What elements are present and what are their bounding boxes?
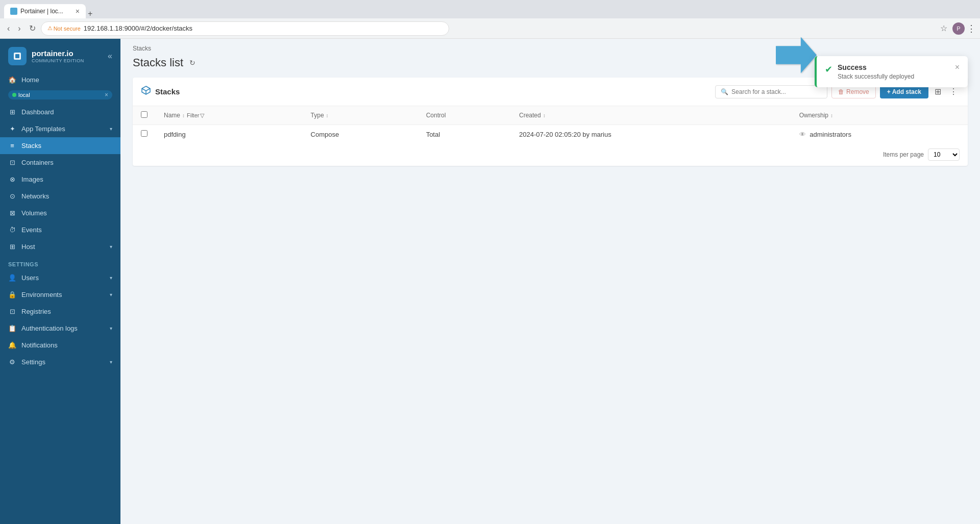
row-checkbox[interactable] <box>141 130 148 137</box>
sidebar-item-environments[interactable]: 🔒 Environments ▾ <box>0 286 120 303</box>
sidebar-item-dashboard[interactable]: ⊞ Dashboard <box>0 104 120 120</box>
sidebar-item-networks[interactable]: ⊙ Networks <box>0 188 120 205</box>
sidebar-auth-logs-label: Authentication logs <box>21 325 78 332</box>
stacks-table: Name ↕ Filter ▽ Type ↕ <box>133 106 968 143</box>
sidebar-app-templates-label: App Templates <box>21 125 65 133</box>
search-input[interactable] <box>731 88 822 95</box>
sidebar-item-left: 👤 Users <box>8 274 39 282</box>
reload-button[interactable]: ↻ <box>26 21 39 35</box>
th-type: Type ↕ <box>303 106 418 125</box>
sidebar-item-host[interactable]: ⊞ Host ▾ <box>0 238 120 255</box>
sidebar-item-left: ⊞ Host <box>8 243 35 251</box>
th-select-all <box>133 106 156 125</box>
ownership-sort-icon[interactable]: ↕ <box>830 113 833 118</box>
th-control: Control <box>418 106 511 125</box>
logo-title: portainer.io <box>32 49 84 58</box>
chevron-down-icon: ▾ <box>110 244 112 249</box>
name-sort-icon[interactable]: ↕ <box>182 113 185 118</box>
sidebar-images-label: Images <box>21 176 43 183</box>
sidebar-host-label: Host <box>21 243 35 251</box>
browser-chrome: Portainer | loc... × + <box>0 0 980 18</box>
main-content: Stacks Stacks list ↻ Stacks <box>120 39 980 524</box>
new-tab-button[interactable]: + <box>86 9 94 18</box>
sidebar-item-auth-logs[interactable]: 📋 Authentication logs ▾ <box>0 320 120 337</box>
sidebar-dashboard-label: Dashboard <box>21 108 54 116</box>
table-row: pdfding Compose Total 2024-07-20 02:05:2… <box>133 125 968 144</box>
sidebar-item-images[interactable]: ⊗ Images <box>0 171 120 188</box>
home-icon: 🏠 <box>8 76 16 84</box>
browser-tabs: Portainer | loc... × + <box>4 0 94 18</box>
sidebar-item-notifications[interactable]: 🔔 Notifications <box>0 337 120 354</box>
panel-title-text: Stacks <box>155 87 180 96</box>
browser-tab-active[interactable]: Portainer | loc... × <box>4 4 86 18</box>
auth-logs-icon: 📋 <box>8 325 16 332</box>
logo-subtitle: Community Edition <box>32 58 84 64</box>
chevron-down-icon: ▾ <box>110 326 112 331</box>
sidebar-item-containers[interactable]: ⊡ Containers <box>0 154 120 171</box>
refresh-button[interactable]: ↻ <box>188 58 197 68</box>
chevron-down-icon: ▾ <box>110 292 112 297</box>
sidebar-settings-label: Settings <box>21 358 45 366</box>
sidebar-logo: portainer.io Community Edition <box>8 47 84 65</box>
sidebar-item-registries[interactable]: ⊡ Registries <box>0 303 120 320</box>
sidebar-header: portainer.io Community Edition « <box>0 39 120 71</box>
stack-created-cell: 2024-07-20 02:05:20 by marius <box>511 125 791 144</box>
sidebar-item-stacks[interactable]: ≡ Stacks <box>0 137 120 154</box>
created-sort-icon[interactable]: ↕ <box>543 113 546 118</box>
sidebar-item-volumes[interactable]: ⊠ Volumes <box>0 205 120 221</box>
settings-icon: ⚙ <box>8 358 16 366</box>
chevron-down-icon: ▾ <box>110 126 112 132</box>
breadcrumb: Stacks <box>120 39 980 54</box>
items-per-page-select[interactable]: 10 25 50 <box>928 148 960 161</box>
tab-close-button[interactable]: × <box>76 8 80 15</box>
sidebar-item-left: 📋 Authentication logs <box>8 325 78 332</box>
th-ownership: Ownership ↕ <box>791 106 968 125</box>
sidebar-logo-text: portainer.io Community Edition <box>32 49 84 64</box>
stack-type-cell: Compose <box>303 125 418 144</box>
address-bar[interactable]: ⚠ Not secure 192.168.1.18:9000/#/2/docke… <box>41 21 449 36</box>
sidebar-home-label: Home <box>21 76 39 84</box>
sidebar-volumes-label: Volumes <box>21 209 47 217</box>
env-close-button[interactable]: × <box>105 91 108 98</box>
chrome-menu-button[interactable]: ⋮ <box>967 23 976 34</box>
warning-icon: ⚠ <box>47 25 53 32</box>
tab-title: Portainer | loc... <box>20 8 72 15</box>
chevron-down-icon: ▾ <box>110 275 112 281</box>
sidebar-item-home[interactable]: 🏠 Home <box>0 71 120 88</box>
sidebar-item-left: ⚙ Settings <box>8 358 45 366</box>
sidebar-item-events[interactable]: ⏱ Events <box>0 221 120 238</box>
networks-icon: ⊙ <box>8 192 16 200</box>
back-button[interactable]: ‹ <box>4 22 13 35</box>
app-templates-icon: ✦ <box>8 125 16 133</box>
images-icon: ⊗ <box>8 176 16 183</box>
stack-control-cell: Total <box>418 125 511 144</box>
type-sort-icon[interactable]: ↕ <box>326 113 329 118</box>
row-checkbox-cell <box>133 125 156 144</box>
sidebar-collapse-button[interactable]: « <box>108 52 112 61</box>
registries-icon: ⊡ <box>8 308 16 315</box>
sidebar-registries-label: Registries <box>21 308 51 315</box>
select-all-checkbox[interactable] <box>141 111 148 118</box>
sidebar-notifications-label: Notifications <box>21 341 58 349</box>
sidebar-item-app-templates[interactable]: ✦ App Templates ▾ <box>0 120 120 137</box>
table-header: Name ↕ Filter ▽ Type ↕ <box>133 106 968 125</box>
profile-avatar[interactable]: P <box>952 22 965 35</box>
bookmark-button[interactable]: ☆ <box>937 21 950 35</box>
stacks-panel: Stacks 🔍 🗑 Remove + Add stack ⊞ ⋮ <box>133 78 968 166</box>
stack-name-cell[interactable]: pdfding <box>156 125 303 144</box>
success-toast: ✔ Success Stack successfully deployed × <box>815 56 968 87</box>
environments-icon: 🔒 <box>8 291 16 298</box>
page-title: Stacks list <box>133 56 183 69</box>
svg-rect-1 <box>15 54 19 58</box>
sidebar-item-users[interactable]: 👤 Users ▾ <box>0 269 120 286</box>
app-layout: portainer.io Community Edition « 🏠 Home … <box>0 39 980 524</box>
filter-button[interactable]: Filter ▽ <box>187 112 204 119</box>
toast-close-button[interactable]: × <box>955 63 960 71</box>
filter-icon: ▽ <box>200 112 204 119</box>
sidebar-containers-label: Containers <box>21 159 54 166</box>
sidebar-item-settings[interactable]: ⚙ Settings ▾ <box>0 354 120 370</box>
sidebar-networks-label: Networks <box>21 192 49 200</box>
forward-button[interactable]: › <box>15 22 23 35</box>
url-text: 192.168.1.18:9000/#/2/docker/stacks <box>84 24 192 32</box>
search-box[interactable]: 🔍 <box>715 85 827 98</box>
